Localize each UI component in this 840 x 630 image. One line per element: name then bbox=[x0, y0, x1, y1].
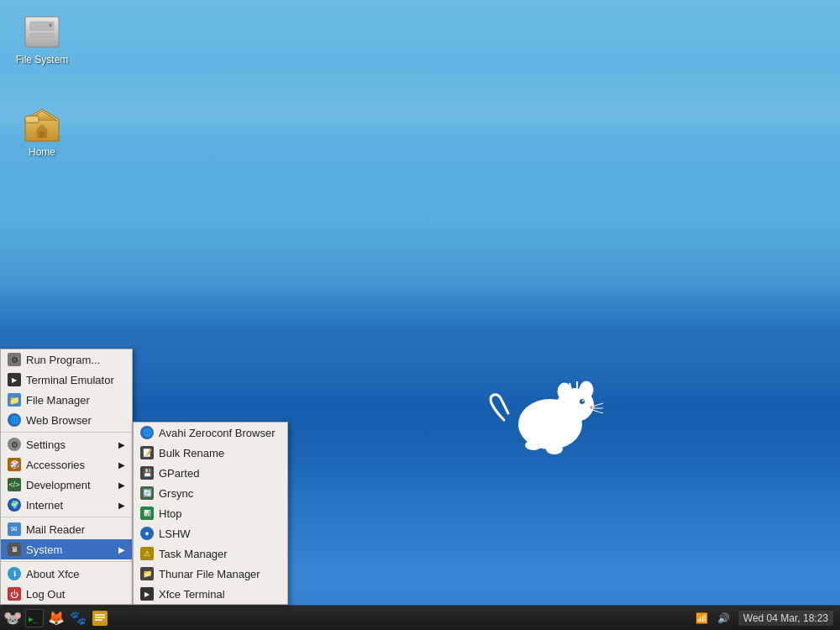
run-program-icon: ⚙ bbox=[8, 353, 21, 366]
menu-label-development: Development bbox=[26, 479, 91, 491]
svg-rect-4 bbox=[25, 116, 39, 123]
menu-separator-2 bbox=[1, 517, 132, 517]
desktop: File System Home bbox=[0, 0, 840, 630]
menu-item-log-out[interactable]: ⏻ Log Out bbox=[1, 584, 132, 604]
submenu-item-htop[interactable]: 📊 Htop bbox=[134, 503, 287, 523]
xfce-terminal-icon: ▶ bbox=[140, 587, 154, 601]
internet-arrow: ▶ bbox=[118, 501, 125, 510]
filesystem-label: File System bbox=[16, 54, 69, 66]
menu-item-internet[interactable]: 🌍 Internet ▶ bbox=[1, 495, 132, 515]
submenu-item-bulk-rename[interactable]: 📝 Bulk Rename bbox=[134, 443, 287, 463]
menu-label-file-manager: File Manager bbox=[26, 394, 90, 407]
taskbar-left: 🐭 ▶_ 🦊 🐾 bbox=[0, 609, 109, 627]
system-arrow: ▶ bbox=[118, 545, 125, 554]
menu-label-system: System bbox=[26, 543, 62, 556]
bulk-rename-icon: 📝 bbox=[140, 446, 154, 459]
svg-point-3 bbox=[49, 24, 52, 27]
task-manager-icon: ⚠ bbox=[140, 547, 154, 560]
menu-item-system[interactable]: 🖥 System ▶ bbox=[1, 539, 132, 559]
system-icon: 🖥 bbox=[8, 543, 21, 556]
log-out-icon: ⏻ bbox=[8, 587, 21, 601]
taskbar-start-button[interactable]: 🐭 bbox=[3, 609, 22, 627]
grsync-icon: 🔄 bbox=[140, 486, 154, 500]
systray-speaker-icon[interactable]: 🔊 bbox=[717, 611, 732, 626]
taskbar-notes-icon[interactable] bbox=[91, 609, 109, 627]
taskbar: 🐭 ▶_ 🦊 🐾 bbox=[0, 605, 840, 630]
desktop-icon-home[interactable]: Home bbox=[8, 101, 76, 161]
lshw-icon: ● bbox=[140, 527, 154, 540]
svg-line-15 bbox=[592, 410, 603, 413]
submenu-label-htop: Htop bbox=[159, 507, 181, 520]
main-menu: ⚙ Run Program... ▶ Terminal Emulator 📁 F… bbox=[0, 349, 133, 605]
menu-item-settings[interactable]: ⚙ Settings ▶ bbox=[1, 434, 132, 454]
menu-item-about-xfce[interactable]: ℹ About Xfce bbox=[1, 564, 132, 584]
svg-point-9 bbox=[580, 381, 593, 398]
menu-separator-3 bbox=[1, 561, 132, 562]
submenu-label-thunar: Thunar File Manager bbox=[159, 568, 260, 580]
menu-item-mail-reader[interactable]: ✉ Mail Reader bbox=[1, 519, 132, 539]
submenu-label-avahi-zeroconf: Avahi Zeroconf Browser bbox=[159, 427, 276, 439]
gparted-icon: 💾 bbox=[140, 466, 154, 480]
svg-text:▶_: ▶_ bbox=[29, 615, 38, 623]
menu-separator-1 bbox=[1, 432, 132, 433]
submenu-item-thunar[interactable]: 📁 Thunar File Manager bbox=[134, 564, 287, 584]
submenu-label-xfce-terminal: Xfce Terminal bbox=[159, 588, 225, 601]
systray-network-icon[interactable]: 📶 bbox=[695, 611, 710, 626]
internet-icon: 🌍 bbox=[8, 498, 21, 512]
svg-rect-2 bbox=[30, 34, 54, 37]
development-arrow: ▶ bbox=[118, 480, 125, 490]
menu-item-web-browser[interactable]: 🌐 Web Browser bbox=[1, 410, 132, 430]
submenu-item-task-manager[interactable]: ⚠ Task Manager bbox=[134, 543, 287, 564]
about-xfce-icon: ℹ bbox=[8, 567, 21, 580]
svg-point-16 bbox=[525, 440, 542, 450]
menu-label-mail-reader: Mail Reader bbox=[26, 523, 85, 536]
menu-label-about-xfce: About Xfce bbox=[26, 568, 80, 580]
clock-display[interactable]: Wed 04 Mar, 18:23 bbox=[738, 611, 833, 626]
avahi-icon: 🌐 bbox=[140, 426, 154, 439]
settings-arrow: ▶ bbox=[118, 440, 125, 449]
menu-item-accessories[interactable]: 🎲 Accessories ▶ bbox=[1, 454, 132, 475]
mail-reader-icon: ✉ bbox=[8, 522, 21, 536]
accessories-icon: 🎲 bbox=[8, 458, 21, 471]
settings-icon: ⚙ bbox=[8, 438, 21, 451]
desktop-icon-filesystem[interactable]: File System bbox=[8, 8, 76, 69]
taskbar-firefox-icon[interactable]: 🦊 bbox=[47, 609, 66, 627]
svg-point-8 bbox=[558, 383, 571, 400]
clock-text: Wed 04 Mar, 18:23 bbox=[743, 612, 828, 624]
taskbar-right: 📶 🔊 Wed 04 Mar, 18:23 bbox=[695, 611, 840, 626]
submenu-label-bulk-rename: Bulk Rename bbox=[159, 447, 224, 459]
svg-point-10 bbox=[580, 399, 585, 404]
file-manager-icon: 📁 bbox=[8, 393, 21, 407]
menu-item-run-program[interactable]: ⚙ Run Program... bbox=[1, 349, 132, 370]
home-icon bbox=[22, 104, 62, 144]
filesystem-icon bbox=[22, 12, 62, 52]
submenu-label-task-manager: Task Manager bbox=[159, 548, 228, 560]
submenu-item-xfce-terminal[interactable]: ▶ Xfce Terminal bbox=[134, 584, 287, 604]
svg-point-17 bbox=[546, 444, 563, 454]
taskbar-terminal-icon[interactable]: ▶_ bbox=[25, 609, 44, 627]
submenu-item-grsync[interactable]: 🔄 Grsync bbox=[134, 483, 287, 503]
submenu-label-lshw: LSHW bbox=[159, 528, 191, 540]
menu-label-settings: Settings bbox=[26, 438, 66, 451]
menu-label-run-program: Run Program... bbox=[26, 354, 100, 366]
menu-label-terminal-emulator: Terminal Emulator bbox=[26, 374, 114, 386]
svg-rect-0 bbox=[25, 17, 59, 47]
menu-item-terminal-emulator[interactable]: ▶ Terminal Emulator bbox=[1, 370, 132, 390]
menu-item-development[interactable]: </> Development ▶ bbox=[1, 475, 132, 495]
menu-item-file-manager[interactable]: 📁 File Manager bbox=[1, 390, 132, 410]
accessories-arrow: ▶ bbox=[118, 460, 125, 470]
menu-label-web-browser: Web Browser bbox=[26, 414, 92, 427]
submenu-label-gparted: GParted bbox=[159, 467, 199, 480]
mouse-mascot bbox=[487, 361, 605, 462]
home-label: Home bbox=[29, 146, 55, 158]
submenu-item-avahi-zeroconf[interactable]: 🌐 Avahi Zeroconf Browser bbox=[134, 423, 287, 443]
taskbar-files-icon[interactable]: 🐾 bbox=[69, 609, 87, 627]
svg-rect-5 bbox=[39, 132, 45, 138]
system-submenu: 🌐 Avahi Zeroconf Browser 📝 Bulk Rename 💾… bbox=[133, 422, 288, 605]
submenu-item-gparted[interactable]: 💾 GParted bbox=[134, 463, 287, 483]
submenu-item-lshw[interactable]: ● LSHW bbox=[134, 523, 287, 543]
menu-label-accessories: Accessories bbox=[26, 459, 85, 471]
thunar-icon: 📁 bbox=[140, 567, 154, 580]
menu-label-log-out: Log Out bbox=[26, 588, 65, 601]
submenu-label-grsync: Grsync bbox=[159, 487, 193, 500]
